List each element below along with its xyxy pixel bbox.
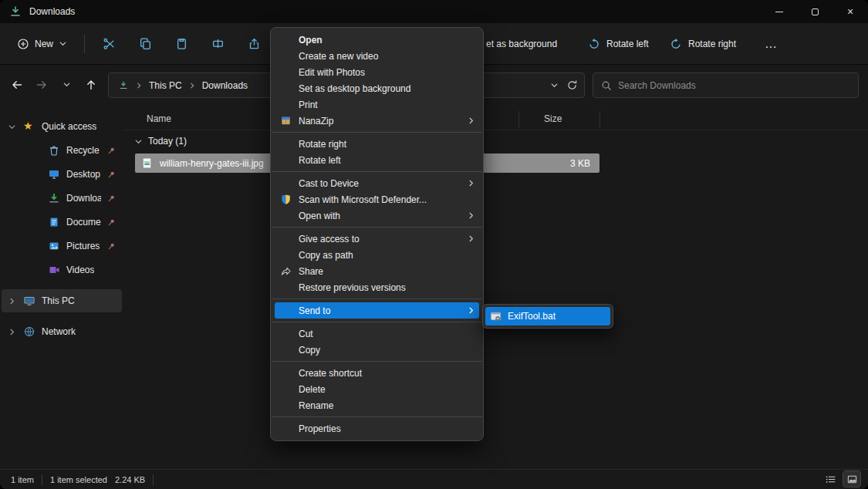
menu-item-scan-with-defender[interactable]: Scan with Microsoft Defender... bbox=[271, 191, 483, 207]
downloads-folder-icon bbox=[9, 5, 22, 18]
group-label: Today (1) bbox=[148, 136, 187, 147]
paste-button[interactable] bbox=[165, 30, 198, 58]
refresh-button[interactable] bbox=[566, 79, 578, 91]
recent-locations-button[interactable] bbox=[56, 74, 77, 96]
details-view-button[interactable] bbox=[822, 471, 839, 487]
menu-item-restore-previous-versions[interactable]: Restore previous versions bbox=[271, 279, 483, 295]
see-more-button[interactable]: … bbox=[758, 31, 784, 57]
plus-circle-icon bbox=[17, 38, 29, 50]
menu-separator bbox=[272, 361, 482, 362]
chevron-down-icon bbox=[8, 123, 17, 131]
menu-item-cut[interactable]: Cut bbox=[271, 325, 483, 342]
search-box[interactable] bbox=[593, 73, 859, 98]
rename-button[interactable] bbox=[201, 30, 234, 58]
sidebar-item-network[interactable]: Network bbox=[2, 320, 122, 343]
back-button[interactable] bbox=[6, 74, 28, 96]
submenu-arrow-icon bbox=[467, 211, 475, 220]
status-separator bbox=[42, 474, 42, 485]
menu-separator bbox=[272, 227, 482, 228]
search-icon bbox=[601, 80, 612, 91]
menu-item-create-new-video[interactable]: Create a new video bbox=[271, 48, 483, 64]
documents-icon bbox=[48, 216, 60, 228]
search-input[interactable] bbox=[618, 80, 850, 91]
sidebar-item-this-pc[interactable]: This PC bbox=[2, 289, 122, 312]
menu-item-create-shortcut[interactable]: Create shortcut bbox=[271, 365, 483, 381]
menu-item-print[interactable]: Print bbox=[271, 96, 483, 113]
menu-item-share[interactable]: Share bbox=[271, 263, 483, 279]
this-pc-icon bbox=[23, 295, 35, 307]
chevron-right-icon bbox=[188, 82, 196, 89]
send-to-submenu: ExifTool.bat bbox=[482, 304, 613, 329]
sidebar-item-desktop[interactable]: Desktop bbox=[2, 163, 122, 186]
sidebar-item-videos[interactable]: Videos bbox=[2, 258, 122, 282]
defender-shield-icon bbox=[280, 194, 292, 206]
menu-item-properties[interactable]: Properties bbox=[271, 420, 483, 437]
menu-item-give-access-to[interactable]: Give access to bbox=[271, 231, 483, 247]
new-button[interactable]: New bbox=[8, 32, 76, 56]
menu-item-rotate-left[interactable]: Rotate left bbox=[271, 152, 483, 168]
file-list-pane: Name Size Today (1) william-henry-gates-… bbox=[123, 103, 868, 469]
column-separator[interactable] bbox=[599, 111, 600, 128]
pin-icon bbox=[107, 242, 116, 251]
pin-icon bbox=[107, 147, 116, 155]
address-dropdown-button[interactable] bbox=[550, 81, 559, 89]
rotate-left-button[interactable]: Rotate left bbox=[580, 32, 657, 56]
rotate-right-button[interactable]: Rotate right bbox=[662, 32, 744, 56]
rotate-right-icon bbox=[670, 38, 682, 50]
menu-item-copy-as-path[interactable]: Copy as path bbox=[271, 247, 483, 263]
column-header-size[interactable]: Size bbox=[544, 113, 562, 124]
header-divider bbox=[123, 130, 868, 130]
rotate-left-label: Rotate left bbox=[606, 39, 649, 49]
maximize-button[interactable] bbox=[797, 0, 833, 23]
sidebar-item-pictures[interactable]: Pictures bbox=[2, 234, 122, 258]
menu-item-edit-with-photos[interactable]: Edit with Photos bbox=[271, 64, 483, 80]
menu-item-set-desktop-background[interactable]: Set as desktop background bbox=[271, 80, 483, 96]
maximize-icon bbox=[812, 8, 819, 15]
menu-item-rotate-right[interactable]: Rotate right bbox=[271, 136, 483, 152]
sidebar-item-recycle-bin[interactable]: Recycle Bin bbox=[2, 139, 122, 162]
cut-button[interactable] bbox=[93, 30, 125, 58]
view-toggle-buttons bbox=[822, 471, 860, 487]
menu-item-nanazip[interactable]: NanaZip bbox=[271, 113, 483, 129]
close-button[interactable]: × bbox=[833, 0, 868, 23]
sidebar-item-documents[interactable]: Documents bbox=[2, 211, 122, 234]
menu-separator bbox=[272, 322, 482, 322]
breadcrumb-downloads[interactable]: Downloads bbox=[199, 79, 251, 93]
submenu-item-label: ExifTool.bat bbox=[508, 311, 556, 322]
set-as-background-button[interactable]: et as background bbox=[486, 39, 557, 49]
selection-count: 1 item selected bbox=[50, 475, 107, 484]
sidebar-item-quick-access[interactable]: ★ Quick access bbox=[2, 115, 122, 138]
menu-item-cast-to-device[interactable]: Cast to Device bbox=[271, 175, 483, 191]
nanazip-icon bbox=[280, 115, 292, 127]
menu-item-open-with[interactable]: Open with bbox=[271, 207, 483, 224]
menu-item-delete[interactable]: Delete bbox=[271, 381, 483, 397]
column-header-name[interactable]: Name bbox=[147, 113, 171, 124]
column-separator[interactable] bbox=[518, 111, 519, 128]
close-icon: × bbox=[847, 6, 853, 17]
chevron-right-icon bbox=[8, 328, 17, 336]
breadcrumb-this-pc[interactable]: This PC bbox=[146, 79, 185, 93]
share-button[interactable] bbox=[238, 30, 270, 58]
chevron-down-icon bbox=[59, 39, 67, 48]
menu-item-copy[interactable]: Copy bbox=[271, 342, 483, 358]
forward-button[interactable] bbox=[31, 74, 52, 96]
star-icon: ★ bbox=[23, 120, 35, 133]
minimize-button[interactable] bbox=[762, 0, 797, 23]
videos-icon bbox=[48, 264, 60, 276]
nav-arrows bbox=[0, 74, 102, 96]
submenu-item-exiftool[interactable]: ExifTool.bat bbox=[485, 307, 610, 325]
up-button[interactable] bbox=[80, 74, 102, 96]
ellipsis-icon: … bbox=[765, 37, 777, 51]
menu-item-send-to[interactable]: Send to bbox=[275, 302, 479, 319]
exiftool-app-icon bbox=[490, 311, 502, 322]
menu-item-rename[interactable]: Rename bbox=[271, 397, 483, 413]
jpg-file-icon bbox=[141, 157, 154, 170]
group-header-today[interactable]: Today (1) bbox=[134, 136, 187, 147]
column-headers: Name Size bbox=[123, 110, 868, 130]
sidebar-item-downloads[interactable]: Downloads bbox=[2, 187, 122, 210]
menu-item-open[interactable]: Open bbox=[271, 32, 483, 48]
thumbnail-view-button[interactable] bbox=[843, 471, 860, 487]
copy-button[interactable] bbox=[129, 30, 161, 58]
pin-icon bbox=[107, 218, 116, 227]
menu-separator bbox=[272, 416, 482, 417]
